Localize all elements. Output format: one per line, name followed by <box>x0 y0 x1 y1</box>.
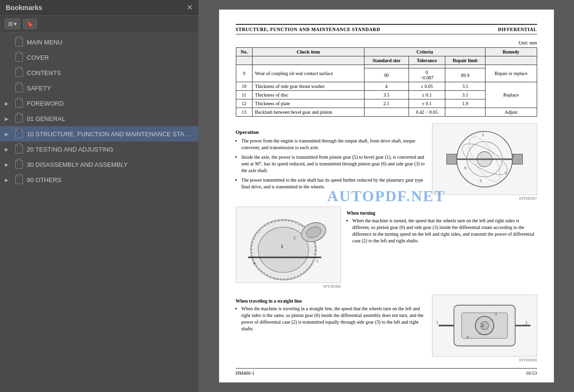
expand-arrow-foreword: ▶ <box>5 101 11 106</box>
bookmarks-list: MAIN MENU COVER CONTENTS SAFETY ▶ FOREWO… <box>0 33 199 392</box>
operation-bullet-1: The power from the engine is transmitted… <box>242 138 426 151</box>
bookmark-20-testing[interactable]: ▶ 20 TESTING AND ADJUSTING <box>0 142 199 157</box>
svg-text:3: 3 <box>505 171 507 175</box>
row-10-standard: 4 <box>364 82 408 91</box>
bookmark-icon: 🔖 <box>26 21 33 27</box>
table-row: 9 Wear of coupling oil seal contact surf… <box>236 65 537 68</box>
col-no-sub <box>236 56 253 65</box>
straight-section: When traveling in a straight line When t… <box>236 294 537 362</box>
expand-all-button[interactable]: ⊞ ▾ <box>5 19 20 29</box>
row-13-repair <box>445 108 485 117</box>
bookmarks-toolbar: ⊞ ▾ 🔖 <box>0 16 199 33</box>
expand-arrow-20-testing: ▶ <box>5 147 11 152</box>
bookmark-90-others[interactable]: ▶ 90 OTHERS <box>0 172 199 187</box>
col-remedy: Remedy <box>486 48 537 56</box>
expand-dropdown-icon: ▾ <box>14 21 17 27</box>
row-10-repair: 3.5 <box>445 82 485 91</box>
bookmark-icon-cover <box>15 53 23 62</box>
bookmark-label-10-structure: 10 STRUCTURE, FUNCTION AND MAINTENANCE S… <box>27 131 194 138</box>
bookmark-label-foreword: FOREWORD <box>27 100 194 107</box>
diagram3-col: 2 3 6 1 2 0JY00368 <box>432 294 537 362</box>
svg-text:3: 3 <box>495 312 497 316</box>
bookmark-foreword[interactable]: ▶ FOREWORD <box>0 96 199 111</box>
row-9-item: Wear of coupling oil seal contact surfac… <box>253 65 364 82</box>
col-remedy-sub <box>486 56 537 65</box>
col-no: No. <box>236 48 253 56</box>
row-9-no: 9 <box>236 65 253 82</box>
bookmark-label-cover: COVER <box>27 54 194 61</box>
svg-rect-4 <box>446 154 456 164</box>
row-13-no: 13 <box>236 108 253 117</box>
svg-point-14 <box>258 227 308 272</box>
gear-svg: 1 5 6 3 <box>236 207 341 283</box>
bookmark-icon-30-disassembly <box>15 160 23 169</box>
row-9-standard <box>364 65 408 68</box>
pdf-footer-right: 10-53 <box>526 370 537 376</box>
pdf-panel: AUTOPDF.NET STRUCTURE, FUNCTION AND MAIN… <box>199 0 574 392</box>
col-tolerance: Tolerance <box>408 56 445 65</box>
when-turning-title: When turning <box>347 210 537 216</box>
pdf-header: STRUCTURE, FUNCTION AND MAINTENANCE STAN… <box>236 24 537 34</box>
bookmark-label-safety: SAFETY <box>27 85 194 92</box>
row-10-tolerance: ± 0.05 <box>408 82 445 91</box>
pdf-header-right: DIFFERENTIAL <box>498 27 537 32</box>
pdf-footer: HM400-1 10-53 <box>236 368 537 376</box>
bookmarks-close-button[interactable]: ✕ <box>187 4 193 11</box>
svg-text:1: 1 <box>482 132 484 137</box>
row-11-item: Thickness of disc <box>253 91 364 99</box>
svg-text:6: 6 <box>464 165 466 170</box>
svg-text:2: 2 <box>481 323 484 328</box>
row-13-standard <box>364 108 408 117</box>
bookmark-safety[interactable]: SAFETY <box>0 80 199 96</box>
diagram3-image: 2 3 6 1 2 <box>432 294 537 357</box>
bookmark-cover[interactable]: COVER <box>0 50 199 65</box>
row-9-tolerance-val: 0−0.087 <box>408 68 445 82</box>
row-9-remedy: Repair or replace <box>486 65 537 82</box>
maintenance-table: No. Check item Criteria Remedy Standard … <box>236 47 537 117</box>
operation-bullet-2: Inside the axle, the power is transmitte… <box>242 154 426 174</box>
operation-title: Operation <box>236 129 426 135</box>
row-9-repair-header <box>445 65 485 68</box>
bookmark-options-button[interactable]: 🔖 <box>23 19 37 29</box>
diagram1-image: 1 2 3 5 6 <box>432 123 537 195</box>
row-10-no: 10 <box>236 82 253 91</box>
svg-text:2: 2 <box>525 320 527 325</box>
gear-image: 1 5 6 3 <box>236 207 341 283</box>
row-9-repair-val: 89.9 <box>445 68 485 82</box>
gear-image-col: 1 5 6 3 0JY00366 <box>236 207 341 289</box>
row-12-standard: 2.1 <box>364 99 408 108</box>
col-check-item: Check item <box>253 48 364 56</box>
row-9-standard-val: 90 <box>364 68 408 82</box>
bookmark-10-structure[interactable]: ▶ 10 STRUCTURE, FUNCTION AND MAINTENANCE… <box>0 126 199 142</box>
bookmark-30-disassembly[interactable]: ▶ 30 DISASSEMBLY AND ASSEMBLY <box>0 157 199 172</box>
bookmark-icon-main-menu <box>15 38 23 46</box>
svg-text:1: 1 <box>436 320 438 325</box>
bookmark-label-20-testing: 20 TESTING AND ADJUSTING <box>27 146 194 153</box>
row-11-repair: 3.1 <box>445 91 485 99</box>
bookmark-main-menu[interactable]: MAIN MENU <box>0 34 199 50</box>
diagram3-svg: 2 3 6 1 2 <box>432 295 537 356</box>
bookmark-label-01-general: 01 GENERAL <box>27 115 194 122</box>
row-12-no: 12 <box>236 99 253 108</box>
row-13-remedy: Adjust <box>486 108 537 117</box>
bookmark-contents[interactable]: CONTENTS <box>0 65 199 80</box>
bookmarks-title: Bookmarks <box>6 4 42 11</box>
expand-arrow-90-others: ▶ <box>5 177 11 183</box>
when-turning-text: When turning When the machine is turned,… <box>347 207 537 289</box>
expand-arrow-01-general: ▶ <box>5 116 11 121</box>
row-10-remedy: Replace <box>486 82 537 108</box>
bookmark-icon-10-structure <box>15 130 23 138</box>
bookmarks-panel: Bookmarks ✕ ⊞ ▾ 🔖 MAIN MENU COVER CONTEN… <box>0 0 199 392</box>
diagram1-col: 1 2 3 5 6 0JY00367 <box>432 123 537 201</box>
row-10-item: Thickness of side gear thrust washer <box>253 82 364 91</box>
table-row: 10 Thickness of side gear thrust washer … <box>236 82 537 91</box>
diagram2-caption: 0JY00366 <box>236 284 341 289</box>
operation-section: Operation The power from the engine is t… <box>236 123 537 201</box>
operation-bullets: The power from the engine is transmitted… <box>236 138 426 190</box>
svg-text:6: 6 <box>253 261 255 266</box>
col-criteria: Criteria <box>364 48 485 56</box>
diagram1-svg: 1 2 3 5 6 <box>432 124 537 195</box>
bookmark-icon-20-testing <box>15 145 23 153</box>
bookmark-01-general[interactable]: ▶ 01 GENERAL <box>0 111 199 126</box>
pdf-header-left: STRUCTURE, FUNCTION AND MAINTENANCE STAN… <box>236 27 380 32</box>
